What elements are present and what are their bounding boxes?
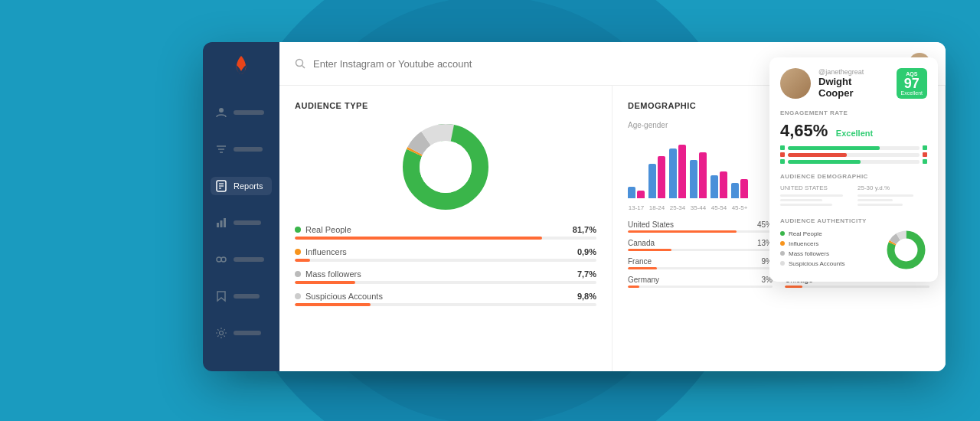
authenticity-title: AUDIENCE AUTHENTICITY (780, 217, 927, 224)
geo-france: France 9% (628, 257, 773, 269)
bar-female-5 (740, 179, 748, 198)
svg-point-14 (296, 60, 303, 67)
metric-dot-end-1 (923, 152, 927, 157)
donut-chart-container (295, 121, 596, 213)
auth-legend-real: Real People (780, 230, 877, 237)
sidebar-item-filters[interactable] (211, 140, 272, 158)
geo-col-left: United States 45% Canada 13% (628, 220, 773, 294)
dot-influencers (295, 249, 301, 255)
bar-male-1 (648, 164, 656, 198)
auth-legend-suspicious: Suspicious Accounts (780, 260, 877, 267)
demo-mini-bar-2 (780, 199, 822, 201)
geo-us: United States 45% (628, 220, 773, 233)
demo-mini-bar-6 (858, 204, 903, 206)
sidebar-item-compare[interactable] (211, 250, 272, 269)
sidebar-item-profile[interactable] (211, 103, 272, 122)
svg-point-13 (220, 331, 224, 335)
audience-authenticity-section: AUDIENCE AUTHENTICITY Real People Influe… (780, 217, 927, 271)
bar-group-4 (710, 171, 727, 198)
legend-real-people: Real People 81,7% (295, 225, 596, 240)
audience-demo-title: AUDIENCE DEMOGRAPHIC (780, 173, 927, 180)
auth-dot-suspicious (780, 261, 785, 266)
audience-type-card: AUDIENCE TYPE (279, 86, 612, 371)
metric-dot-end-2 (923, 159, 927, 164)
pct-real-people: 81,7% (573, 225, 596, 234)
aqs-badge: AQS 97 Excellent (897, 68, 927, 99)
label-real-people: Real People (305, 225, 351, 234)
profile-handle: @janethegreat (818, 68, 889, 76)
svg-rect-8 (217, 223, 219, 227)
auth-dot-influencers (780, 241, 785, 246)
sidebar-reports-label: Reports (234, 181, 263, 191)
age-label-1: 18-24 (648, 204, 665, 211)
metric-dot-1 (780, 152, 785, 157)
svg-rect-10 (224, 218, 226, 227)
bar-influencers (295, 259, 310, 262)
age-label-2: 25-34 (669, 204, 686, 211)
auth-donut-chart (885, 229, 927, 271)
sidebar-item-settings[interactable] (211, 324, 272, 342)
bar-group-1 (648, 156, 665, 198)
sidebar-bar (234, 220, 261, 225)
geo-chicago-bar (785, 286, 802, 288)
svg-point-0 (219, 108, 224, 113)
sidebar-logo[interactable] (229, 54, 253, 79)
engagement-section: ENGAGEMENT RATE 4,65% Excellent (780, 109, 927, 164)
pct-suspicious: 9,8% (577, 292, 596, 301)
audience-type-title: AUDIENCE TYPE (295, 101, 596, 110)
svg-point-11 (217, 257, 221, 262)
bar-real-people (295, 237, 542, 240)
sidebar-item-saved[interactable] (211, 287, 272, 305)
auth-legend-influencers: Influencers (780, 240, 877, 247)
bar-female-1 (658, 156, 665, 198)
sidebar-bar (234, 257, 264, 262)
metric-bar-fill-1 (788, 153, 847, 157)
donut-chart (400, 121, 492, 213)
geo-us-bar (628, 230, 737, 233)
auth-legend: Real People Influencers Mass followers S… (780, 230, 877, 270)
avatar-face (780, 68, 811, 99)
metric-bar-row-1 (780, 152, 927, 157)
auth-label-real: Real People (789, 230, 822, 237)
avatar (780, 68, 811, 99)
bar-female-2 (678, 145, 686, 198)
geo-canada-name: Canada (628, 239, 655, 247)
profile-card: @janethegreat Dwight Cooper AQS 97 Excel… (769, 57, 938, 282)
metric-bar-bg-2 (788, 160, 920, 164)
auth-label-suspicious: Suspicious Accounts (789, 260, 844, 267)
legend-influencers: Influencers 0,9% (295, 247, 596, 262)
sidebar-bar (234, 147, 263, 152)
auth-legend-mass: Mass followers (780, 250, 877, 257)
demo-col-2-title: 25-30 y.d.% (858, 184, 927, 191)
bar-male-4 (710, 175, 718, 198)
aqs-sub: Excellent (901, 90, 923, 96)
geo-germany-bar (628, 286, 639, 288)
metric-bar-fill-0 (788, 146, 880, 150)
dot-mass-followers (295, 271, 301, 277)
metric-dot-2 (780, 159, 785, 164)
bar-group-3 (690, 152, 707, 198)
legend-suspicious: Suspicious Accounts 9,8% (295, 292, 596, 306)
svg-point-20 (420, 141, 472, 193)
bar-female-4 (720, 171, 727, 198)
audience-demographic-section: AUDIENCE DEMOGRAPHIC UNITED STATES 25-30… (780, 173, 927, 208)
profile-name: Dwight Cooper (818, 76, 889, 99)
geo-france-name: France (628, 257, 652, 266)
bar-male-0 (628, 187, 635, 198)
auth-label-mass: Mass followers (789, 250, 829, 257)
pct-mass-followers: 7,7% (577, 269, 596, 279)
sidebar-bar (234, 110, 264, 115)
bar-mass-followers (295, 281, 355, 284)
metric-dot-0 (780, 145, 785, 150)
svg-point-12 (221, 257, 226, 262)
metric-bar-bg-1 (788, 153, 920, 157)
label-suspicious: Suspicious Accounts (305, 292, 383, 301)
demo-mini-bar-1 (780, 194, 843, 197)
sidebar-item-reports[interactable]: Reports (211, 177, 272, 195)
geo-canada-bar (628, 249, 671, 251)
geo-canada: Canada 13% (628, 239, 773, 251)
sidebar-item-analytics[interactable] (211, 214, 272, 232)
auth-content: Real People Influencers Mass followers S… (780, 229, 927, 271)
geo-germany: Germany 3% (628, 276, 773, 288)
age-label-3: 35-44 (690, 204, 707, 211)
